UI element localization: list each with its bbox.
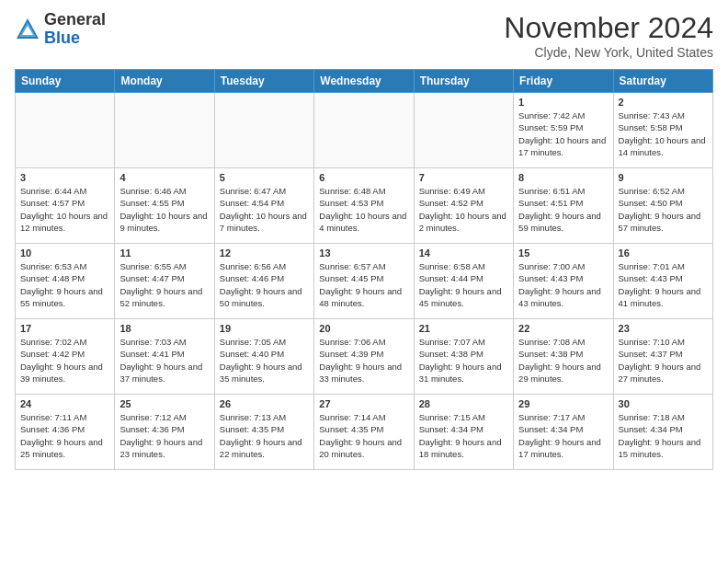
header-monday: Monday <box>115 70 214 93</box>
day-number: 30 <box>619 398 708 409</box>
header-thursday: Thursday <box>414 70 513 93</box>
cell-info: Sunrise: 6:52 AM Sunset: 4:50 PM Dayligh… <box>619 185 708 234</box>
day-number: 29 <box>518 398 608 409</box>
calendar-cell: 20Sunrise: 7:06 AM Sunset: 4:39 PM Dayli… <box>314 319 414 395</box>
day-number: 15 <box>518 247 608 259</box>
cell-info: Sunrise: 7:11 AM Sunset: 4:36 PM Dayligh… <box>20 411 109 460</box>
day-number: 5 <box>220 172 309 183</box>
calendar-week-0: 1Sunrise: 7:42 AM Sunset: 5:59 PM Daylig… <box>16 93 713 168</box>
header-wednesday: Wednesday <box>314 70 414 93</box>
logo-icon <box>15 17 40 42</box>
cell-info: Sunrise: 6:49 AM Sunset: 4:52 PM Dayligh… <box>419 185 508 234</box>
header-tuesday: Tuesday <box>214 70 313 93</box>
calendar-body: 1Sunrise: 7:42 AM Sunset: 5:59 PM Daylig… <box>16 93 713 470</box>
cell-info: Sunrise: 7:05 AM Sunset: 4:40 PM Dayligh… <box>220 336 309 385</box>
day-number: 23 <box>619 323 708 334</box>
month-title: November 2024 <box>504 11 713 45</box>
calendar-cell <box>115 93 214 168</box>
cell-info: Sunrise: 7:14 AM Sunset: 4:35 PM Dayligh… <box>319 411 408 460</box>
cell-info: Sunrise: 6:47 AM Sunset: 4:54 PM Dayligh… <box>220 185 309 234</box>
calendar-cell: 14Sunrise: 6:58 AM Sunset: 4:44 PM Dayli… <box>414 244 513 319</box>
cell-info: Sunrise: 7:43 AM Sunset: 5:58 PM Dayligh… <box>619 109 708 158</box>
calendar-cell: 5Sunrise: 6:47 AM Sunset: 4:54 PM Daylig… <box>214 168 313 244</box>
calendar-cell: 11Sunrise: 6:55 AM Sunset: 4:47 PM Dayli… <box>115 244 214 319</box>
calendar-cell: 26Sunrise: 7:13 AM Sunset: 4:35 PM Dayli… <box>214 395 313 470</box>
calendar-cell: 1Sunrise: 7:42 AM Sunset: 5:59 PM Daylig… <box>514 93 613 168</box>
calendar-cell: 9Sunrise: 6:52 AM Sunset: 4:50 PM Daylig… <box>613 168 712 244</box>
calendar-cell: 15Sunrise: 7:00 AM Sunset: 4:43 PM Dayli… <box>514 244 613 319</box>
cell-info: Sunrise: 7:06 AM Sunset: 4:39 PM Dayligh… <box>319 336 408 385</box>
day-number: 10 <box>20 247 109 259</box>
cell-info: Sunrise: 7:01 AM Sunset: 4:43 PM Dayligh… <box>619 260 708 309</box>
calendar-cell: 6Sunrise: 6:48 AM Sunset: 4:53 PM Daylig… <box>314 168 414 244</box>
day-number: 22 <box>518 323 608 334</box>
calendar-cell: 10Sunrise: 6:53 AM Sunset: 4:48 PM Dayli… <box>16 244 115 319</box>
day-number: 9 <box>619 172 708 183</box>
day-number: 16 <box>619 247 708 259</box>
day-number: 17 <box>20 323 109 334</box>
day-number: 4 <box>119 172 209 183</box>
cell-info: Sunrise: 6:46 AM Sunset: 4:55 PM Dayligh… <box>119 185 209 234</box>
calendar-header-row: Sunday Monday Tuesday Wednesday Thursday… <box>16 70 713 93</box>
cell-info: Sunrise: 6:51 AM Sunset: 4:51 PM Dayligh… <box>518 185 608 234</box>
cell-info: Sunrise: 6:44 AM Sunset: 4:57 PM Dayligh… <box>20 185 109 234</box>
cell-info: Sunrise: 6:58 AM Sunset: 4:44 PM Dayligh… <box>419 260 508 309</box>
day-number: 25 <box>119 398 209 409</box>
header-friday: Friday <box>514 70 613 93</box>
calendar-cell: 3Sunrise: 6:44 AM Sunset: 4:57 PM Daylig… <box>16 168 115 244</box>
calendar-cell: 30Sunrise: 7:18 AM Sunset: 4:34 PM Dayli… <box>613 395 712 470</box>
day-number: 20 <box>319 323 408 334</box>
cell-info: Sunrise: 7:13 AM Sunset: 4:35 PM Dayligh… <box>220 411 309 460</box>
day-number: 8 <box>518 172 608 183</box>
cell-info: Sunrise: 6:56 AM Sunset: 4:46 PM Dayligh… <box>220 260 309 309</box>
calendar-cell <box>16 93 115 168</box>
day-number: 14 <box>419 247 508 259</box>
cell-info: Sunrise: 6:53 AM Sunset: 4:48 PM Dayligh… <box>20 260 109 309</box>
day-number: 28 <box>419 398 508 409</box>
cell-info: Sunrise: 7:08 AM Sunset: 4:38 PM Dayligh… <box>518 336 608 385</box>
day-number: 7 <box>419 172 508 183</box>
calendar-cell: 13Sunrise: 6:57 AM Sunset: 4:45 PM Dayli… <box>314 244 414 319</box>
title-block: November 2024 Clyde, New York, United St… <box>504 11 713 60</box>
calendar-cell <box>414 93 513 168</box>
day-number: 21 <box>419 323 508 334</box>
calendar-week-1: 3Sunrise: 6:44 AM Sunset: 4:57 PM Daylig… <box>16 168 713 244</box>
calendar-cell <box>314 93 414 168</box>
day-number: 11 <box>119 247 209 259</box>
cell-info: Sunrise: 6:57 AM Sunset: 4:45 PM Dayligh… <box>319 260 408 309</box>
calendar-cell: 2Sunrise: 7:43 AM Sunset: 5:58 PM Daylig… <box>613 93 712 168</box>
cell-info: Sunrise: 7:18 AM Sunset: 4:34 PM Dayligh… <box>619 411 708 460</box>
header-sunday: Sunday <box>16 70 115 93</box>
page-container: General Blue November 2024 Clyde, New Yo… <box>0 0 728 477</box>
calendar-cell: 25Sunrise: 7:12 AM Sunset: 4:36 PM Dayli… <box>115 395 214 470</box>
logo: General Blue <box>15 11 106 48</box>
calendar-cell: 21Sunrise: 7:07 AM Sunset: 4:38 PM Dayli… <box>414 319 513 395</box>
location: Clyde, New York, United States <box>504 45 713 60</box>
logo-general-text: General <box>44 10 106 29</box>
calendar-table: Sunday Monday Tuesday Wednesday Thursday… <box>15 69 713 470</box>
calendar-cell: 16Sunrise: 7:01 AM Sunset: 4:43 PM Dayli… <box>613 244 712 319</box>
header: General Blue November 2024 Clyde, New Yo… <box>15 11 713 60</box>
day-number: 12 <box>220 247 309 259</box>
cell-info: Sunrise: 7:17 AM Sunset: 4:34 PM Dayligh… <box>518 411 608 460</box>
calendar-cell: 24Sunrise: 7:11 AM Sunset: 4:36 PM Dayli… <box>16 395 115 470</box>
cell-info: Sunrise: 7:42 AM Sunset: 5:59 PM Dayligh… <box>518 109 608 158</box>
cell-info: Sunrise: 7:00 AM Sunset: 4:43 PM Dayligh… <box>518 260 608 309</box>
cell-info: Sunrise: 7:02 AM Sunset: 4:42 PM Dayligh… <box>20 336 109 385</box>
day-number: 2 <box>619 97 708 108</box>
cell-info: Sunrise: 6:48 AM Sunset: 4:53 PM Dayligh… <box>319 185 408 234</box>
calendar-cell: 8Sunrise: 6:51 AM Sunset: 4:51 PM Daylig… <box>514 168 613 244</box>
cell-info: Sunrise: 6:55 AM Sunset: 4:47 PM Dayligh… <box>119 260 209 309</box>
cell-info: Sunrise: 7:12 AM Sunset: 4:36 PM Dayligh… <box>119 411 209 460</box>
day-number: 1 <box>518 97 608 108</box>
calendar-cell: 19Sunrise: 7:05 AM Sunset: 4:40 PM Dayli… <box>214 319 313 395</box>
day-number: 19 <box>220 323 309 334</box>
day-number: 18 <box>119 323 209 334</box>
day-number: 13 <box>319 247 408 259</box>
cell-info: Sunrise: 7:07 AM Sunset: 4:38 PM Dayligh… <box>419 336 508 385</box>
calendar-cell: 4Sunrise: 6:46 AM Sunset: 4:55 PM Daylig… <box>115 168 214 244</box>
calendar-week-4: 24Sunrise: 7:11 AM Sunset: 4:36 PM Dayli… <box>16 395 713 470</box>
day-number: 24 <box>20 398 109 409</box>
calendar-week-3: 17Sunrise: 7:02 AM Sunset: 4:42 PM Dayli… <box>16 319 713 395</box>
calendar-cell <box>214 93 313 168</box>
